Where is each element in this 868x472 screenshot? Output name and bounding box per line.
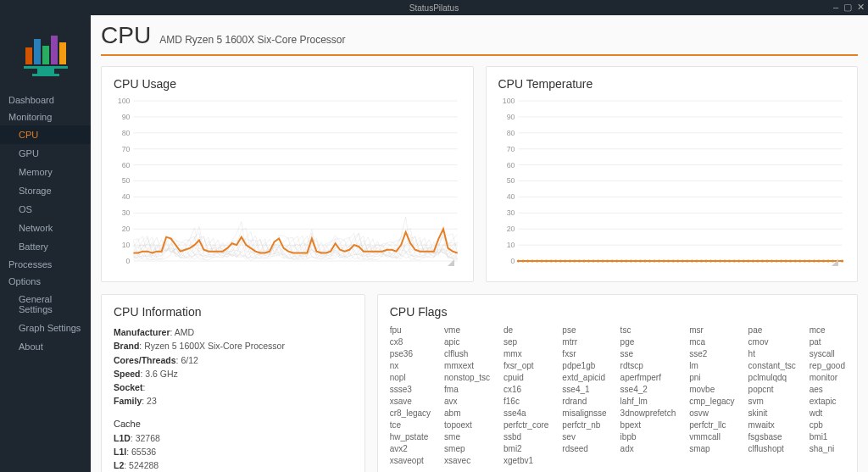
svg-rect-7 bbox=[32, 74, 59, 76]
cpu-flag: sse4_1 bbox=[562, 385, 606, 394]
sidebar-item-graph-settings[interactable]: Graph Settings bbox=[0, 319, 91, 337]
cpu-flag: rdrand bbox=[562, 397, 606, 406]
cpu-flag: cx16 bbox=[504, 385, 548, 394]
cpu-flag: sep bbox=[504, 337, 548, 347]
cpu-flag: rdseed bbox=[562, 444, 606, 453]
cpu-flag: mwaitx bbox=[748, 420, 796, 430]
svg-text:40: 40 bbox=[506, 192, 515, 201]
svg-rect-3 bbox=[51, 36, 58, 64]
svg-text:20: 20 bbox=[122, 225, 131, 233]
sidebar-section[interactable]: Processes bbox=[0, 256, 91, 273]
sidebar-section[interactable]: Monitoring bbox=[0, 108, 91, 125]
cpu-flag: xsaveopt bbox=[390, 456, 431, 465]
cpu-flag: pdpe1gb bbox=[562, 361, 606, 370]
cpu-flag: topoext bbox=[444, 420, 490, 430]
sidebar-item-network[interactable]: Network bbox=[0, 219, 91, 237]
cpu-flag: nx bbox=[390, 361, 431, 370]
accent-divider bbox=[101, 54, 858, 56]
cpu-flag: osvw bbox=[689, 408, 734, 418]
cpu-flag: skinit bbox=[748, 408, 796, 418]
cpu-flag: mmx bbox=[504, 349, 548, 358]
cpu-flag: sse4a bbox=[504, 408, 548, 418]
svg-text:100: 100 bbox=[502, 97, 515, 105]
svg-text:30: 30 bbox=[122, 208, 131, 217]
cpu-flag: perfctr_core bbox=[504, 420, 548, 430]
card-cpu-flags: CPU Flags fpuvmedepsetscmsrpaemcecx8apic… bbox=[377, 294, 858, 472]
sidebar-item-memory[interactable]: Memory bbox=[0, 163, 91, 181]
cpu-flag: misalignsse bbox=[562, 408, 606, 418]
cpu-flag: pni bbox=[689, 373, 734, 382]
cpu-flag: adx bbox=[620, 444, 676, 453]
chart-resize-handle-icon[interactable] bbox=[832, 259, 838, 266]
cpu-flag: 3dnowprefetch bbox=[620, 408, 676, 418]
cpu-flag: lahf_lm bbox=[620, 397, 676, 406]
cpu-flags-title: CPU Flags bbox=[390, 305, 845, 319]
cpu-flag: mce bbox=[810, 325, 845, 335]
cpu-flag: xsave bbox=[390, 397, 431, 406]
cpu-flag: bpext bbox=[620, 420, 676, 430]
sidebar-item-gpu[interactable]: GPU bbox=[0, 144, 91, 163]
sidebar-item-general-settings[interactable]: General Settings bbox=[0, 290, 91, 319]
cpu-flag: hw_pstate bbox=[390, 432, 431, 441]
cpu-flag: popcnt bbox=[748, 385, 796, 394]
cpu-flag: pae bbox=[748, 325, 796, 335]
cpu-info-list: Manufacturer: AMD Brand: Ryzen 5 1600X S… bbox=[114, 325, 353, 472]
cpu-flag: xsavec bbox=[444, 456, 490, 465]
cpu-flag: apic bbox=[444, 337, 490, 347]
cpu-usage-chart[interactable]: 0102030405060708090100 bbox=[114, 97, 461, 271]
svg-text:90: 90 bbox=[122, 113, 131, 121]
card-cpu-info: CPU Information Manufacturer: AMD Brand:… bbox=[101, 294, 365, 472]
cpu-flag: svm bbox=[748, 397, 796, 406]
cpu-temperature-chart[interactable]: 0102030405060708090100 bbox=[498, 97, 846, 271]
cpu-flag: abm bbox=[444, 408, 490, 418]
cpu-flag: xgetbv1 bbox=[504, 456, 548, 465]
svg-rect-0 bbox=[25, 47, 32, 64]
cpu-flag: fxsr_opt bbox=[504, 361, 548, 370]
cpu-flag: rep_good bbox=[810, 361, 845, 370]
cpu-flag: ssbd bbox=[504, 432, 548, 441]
maximize-icon[interactable]: ▢ bbox=[843, 2, 852, 13]
cpu-flag: clflush bbox=[444, 349, 490, 358]
sidebar-item-os[interactable]: OS bbox=[0, 200, 91, 219]
window-title: StatusPilatus bbox=[409, 3, 459, 13]
page-title: CPU AMD Ryzen 5 1600X Six-Core Processor bbox=[101, 22, 858, 49]
page-subtitle: AMD Ryzen 5 1600X Six-Core Processor bbox=[159, 34, 345, 46]
sidebar-item-battery[interactable]: Battery bbox=[0, 237, 91, 256]
cpu-flag: sha_ni bbox=[810, 444, 845, 453]
minimize-icon[interactable]: – bbox=[833, 2, 838, 13]
svg-text:70: 70 bbox=[122, 145, 131, 153]
cpu-flag: perfctr_nb bbox=[562, 420, 606, 430]
cpu-flag: sev bbox=[562, 432, 606, 441]
titlebar[interactable]: StatusPilatus – ▢ ✕ bbox=[0, 0, 868, 15]
cpu-flag: nonstop_tsc bbox=[444, 373, 490, 382]
cpu-flag: bmi1 bbox=[810, 432, 845, 441]
chart-resize-handle-icon[interactable] bbox=[448, 259, 454, 266]
sidebar-section[interactable]: Dashboard bbox=[0, 92, 91, 108]
svg-text:60: 60 bbox=[506, 160, 515, 169]
svg-text:90: 90 bbox=[506, 113, 515, 121]
close-icon[interactable]: ✕ bbox=[857, 2, 865, 13]
cpu-flag: vmmcall bbox=[689, 432, 734, 441]
svg-text:40: 40 bbox=[122, 192, 131, 201]
main-content: CPU AMD Ryzen 5 1600X Six-Core Processor… bbox=[91, 15, 868, 472]
sidebar-item-cpu[interactable]: CPU bbox=[0, 125, 91, 144]
svg-text:10: 10 bbox=[122, 241, 131, 249]
svg-text:50: 50 bbox=[122, 176, 131, 185]
cpu-flag: pse36 bbox=[390, 349, 431, 358]
app-logo bbox=[0, 15, 91, 92]
sidebar-item-storage[interactable]: Storage bbox=[0, 181, 91, 200]
cpu-flag: cpuid bbox=[504, 373, 548, 382]
svg-text:50: 50 bbox=[506, 176, 515, 185]
svg-text:10: 10 bbox=[506, 241, 515, 249]
svg-text:70: 70 bbox=[506, 145, 515, 153]
cpu-flag: lm bbox=[689, 361, 734, 370]
cpu-flag: extd_apicid bbox=[562, 373, 606, 382]
sidebar-section[interactable]: Options bbox=[0, 273, 91, 290]
sidebar-item-about[interactable]: About bbox=[0, 337, 91, 356]
cpu-flag: ht bbox=[748, 349, 796, 358]
cpu-flag: fxsr bbox=[562, 349, 606, 358]
svg-rect-5 bbox=[24, 66, 68, 69]
cpu-flag: fsgsbase bbox=[748, 432, 796, 441]
svg-rect-4 bbox=[59, 42, 66, 64]
app-window: StatusPilatus – ▢ ✕ DashboardMonito bbox=[0, 0, 868, 472]
